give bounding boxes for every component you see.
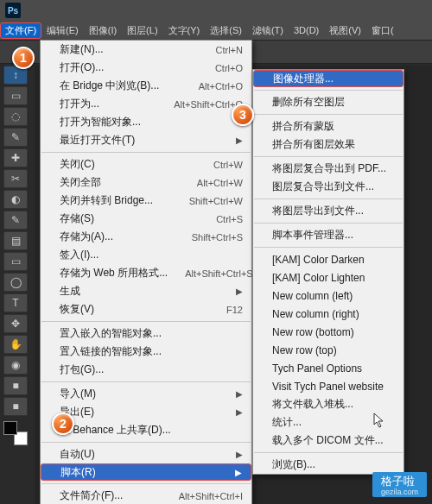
file-item-19[interactable]: 打包(G)... xyxy=(41,361,251,379)
script-item-14[interactable]: [KAM] Color Darken xyxy=(253,250,403,268)
file-item-label: 导入(M) xyxy=(60,387,96,401)
shortcut: Alt+Ctrl+W xyxy=(197,178,243,188)
annotation-badge-1: 1 xyxy=(12,47,35,69)
file-item-9[interactable]: 关闭并转到 Bridge...Shift+Ctrl+W xyxy=(41,192,251,210)
tool-5[interactable]: ✂ xyxy=(3,169,28,188)
script-item-16[interactable]: New column (left) xyxy=(253,287,403,305)
file-item-label: 自动(U) xyxy=(60,447,95,462)
file-item-label: 关闭并转到 Bridge... xyxy=(60,193,153,208)
menu-0[interactable]: 文件(F) xyxy=(0,22,41,39)
tool-12[interactable]: ✥ xyxy=(3,314,28,333)
menu-8[interactable]: 视图(V) xyxy=(324,22,366,40)
file-item-5[interactable]: 最近打开文件(T)▶ xyxy=(41,131,251,149)
file-item-label: 打开为智能对象... xyxy=(60,115,141,129)
file-item-28[interactable]: 文件简介(F)...Alt+Shift+Ctrl+I xyxy=(41,487,251,504)
watermark-text: 格子啦 xyxy=(381,475,415,488)
menu-7[interactable]: 3D(D) xyxy=(289,22,324,38)
menu-bar[interactable]: 文件(F)编辑(E)图像(I)图层(L)文字(Y)选择(S)滤镜(T)3D(D)… xyxy=(0,21,432,40)
script-item-5[interactable]: 拼合所有图层效果 xyxy=(253,135,403,154)
menu-6[interactable]: 滤镜(T) xyxy=(247,22,289,40)
script-item-10[interactable]: 将图层导出到文件... xyxy=(253,202,403,220)
tool-1[interactable]: ▭ xyxy=(3,86,28,105)
color-swatches[interactable] xyxy=(3,421,28,445)
submenu-arrow-icon: ▶ xyxy=(236,450,243,459)
file-item-13[interactable]: 存储为 Web 所用格式...Alt+Shift+Ctrl+S xyxy=(41,264,251,282)
tool-8[interactable]: ▤ xyxy=(3,231,28,250)
menu-4[interactable]: 文字(Y) xyxy=(163,22,206,40)
file-item-3[interactable]: 打开为...Alt+Shift+Ctrl+O xyxy=(41,95,251,113)
shortcut: Ctrl+S xyxy=(216,214,243,224)
script-item-19[interactable]: New row (top) xyxy=(253,341,403,359)
shortcut: Ctrl+W xyxy=(213,160,243,170)
menu-9[interactable]: 窗口( xyxy=(366,22,399,40)
file-item-17[interactable]: 置入嵌入的智能对象... xyxy=(41,324,251,343)
tool-7[interactable]: ✎ xyxy=(3,211,28,230)
file-item-11[interactable]: 存储为(A)...Shift+Ctrl+S xyxy=(41,228,251,246)
tool-16[interactable]: ■ xyxy=(3,397,28,416)
file-item-18[interactable]: 置入链接的智能对象... xyxy=(41,343,251,361)
script-item-8[interactable]: 图层复合导出到文件... xyxy=(253,178,403,196)
foreground-swatch[interactable] xyxy=(3,421,17,435)
file-item-label: 生成 xyxy=(60,284,80,299)
script-separator xyxy=(254,90,403,91)
menu-2[interactable]: 图像(I) xyxy=(84,22,122,40)
tool-6[interactable]: ◐ xyxy=(3,190,28,209)
script-item-18[interactable]: New row (bottom) xyxy=(253,323,403,341)
script-separator xyxy=(254,247,403,248)
script-item-label: New column (right) xyxy=(272,308,359,320)
file-item-8[interactable]: 关闭全部Alt+Ctrl+W xyxy=(41,173,251,192)
script-item-7[interactable]: 将图层复合导出到 PDF... xyxy=(253,160,403,178)
tool-3[interactable]: ✎ xyxy=(3,128,28,147)
tool-13[interactable]: ✋ xyxy=(3,335,28,354)
shortcut: Shift+Ctrl+S xyxy=(192,232,243,243)
tool-2[interactable]: ◌ xyxy=(3,107,28,126)
file-item-label: 签入(I)... xyxy=(60,248,98,262)
shortcut: Alt+Ctrl+O xyxy=(199,81,243,91)
submenu-arrow-icon: ▶ xyxy=(236,287,243,296)
script-item-4[interactable]: 拼合所有蒙版 xyxy=(253,117,403,135)
file-menu[interactable]: 新建(N)...Ctrl+N打开(O)...Ctrl+O在 Bridge 中浏览… xyxy=(40,40,252,504)
script-item-0[interactable]: 图像处理器... xyxy=(253,70,403,87)
file-item-2[interactable]: 在 Bridge 中浏览(B)...Alt+Ctrl+O xyxy=(41,77,251,95)
script-item-17[interactable]: New column (right) xyxy=(253,305,403,323)
script-item-label: New column (left) xyxy=(272,290,353,302)
file-item-25[interactable]: 自动(U)▶ xyxy=(41,445,251,463)
tool-10[interactable]: ◯ xyxy=(3,273,28,292)
file-item-10[interactable]: 存储(S)Ctrl+S xyxy=(41,210,251,228)
script-item-label: 浏览(B)... xyxy=(272,457,315,472)
menu-3[interactable]: 图层(L) xyxy=(122,22,162,40)
tool-4[interactable]: ✚ xyxy=(3,148,28,167)
script-item-24[interactable]: 载入多个 DICOM 文件... xyxy=(253,432,403,450)
script-item-2[interactable]: 删除所有空图层 xyxy=(253,93,403,111)
file-item-15[interactable]: 恢复(V)F12 xyxy=(41,300,251,318)
file-item-0[interactable]: 新建(N)...Ctrl+N xyxy=(41,41,251,59)
script-item-label: 拼合所有蒙版 xyxy=(272,119,334,134)
file-item-21[interactable]: 导入(M)▶ xyxy=(41,385,251,403)
file-item-4[interactable]: 打开为智能对象... xyxy=(41,113,251,131)
script-item-label: [KAM] Color Lighten xyxy=(272,272,365,284)
script-item-label: 将文件载入堆栈... xyxy=(272,397,353,412)
script-item-22[interactable]: 将文件载入堆栈... xyxy=(253,395,403,413)
file-item-label: 存储为 Web 所用格式... xyxy=(60,266,168,280)
tool-11[interactable]: T xyxy=(3,293,28,312)
tool-15[interactable]: ■ xyxy=(3,376,28,395)
file-item-label: 恢复(V) xyxy=(60,302,94,317)
file-item-14[interactable]: 生成▶ xyxy=(41,282,251,300)
file-item-1[interactable]: 打开(O)...Ctrl+O xyxy=(41,59,251,77)
script-item-21[interactable]: Visit Tych Panel website xyxy=(253,377,403,395)
tool-9[interactable]: ▭ xyxy=(3,252,28,271)
script-item-20[interactable]: Tych Panel Options xyxy=(253,359,403,377)
file-item-7[interactable]: 关闭(C)Ctrl+W xyxy=(41,155,251,173)
menu-1[interactable]: 编辑(E) xyxy=(41,22,84,40)
script-item-label: 统计... xyxy=(272,415,302,430)
file-item-26[interactable]: 脚本(R)▶ xyxy=(41,463,251,481)
script-item-label: 删除所有空图层 xyxy=(272,95,345,110)
script-item-12[interactable]: 脚本事件管理器... xyxy=(253,226,403,244)
menu-5[interactable]: 选择(S) xyxy=(205,22,247,40)
file-item-label: 在 Behance 上共享(D)... xyxy=(60,423,171,438)
tool-14[interactable]: ◉ xyxy=(3,356,28,375)
script-item-15[interactable]: [KAM] Color Lighten xyxy=(253,268,403,287)
file-item-12[interactable]: 签入(I)... xyxy=(41,246,251,264)
script-item-26[interactable]: 浏览(B)... xyxy=(253,456,403,474)
file-item-label: 置入嵌入的智能对象... xyxy=(60,326,162,341)
